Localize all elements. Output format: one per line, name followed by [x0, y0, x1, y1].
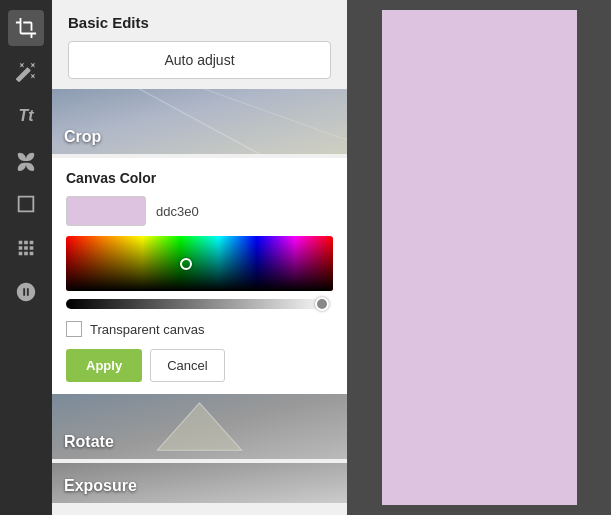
- color-hex-value: ddc3e0: [156, 204, 199, 219]
- toolbar-icon-butterfly[interactable]: [8, 142, 44, 178]
- rotate-label: Rotate: [64, 433, 114, 451]
- crop-section[interactable]: Crop: [52, 89, 347, 154]
- transparent-checkbox[interactable]: [66, 321, 82, 337]
- opacity-track: [66, 299, 333, 309]
- exposure-label: Exposure: [64, 477, 137, 495]
- color-swatch[interactable]: [66, 196, 146, 226]
- color-picker[interactable]: [66, 236, 333, 291]
- exposure-thumbnail: Exposure: [52, 463, 347, 503]
- toolbar-icon-text[interactable]: Tt: [8, 98, 44, 134]
- edit-panel: Basic Edits Auto adjust Crop Canva: [52, 0, 347, 515]
- canvas-color-section: Canvas Color ddc3e0 Transparent canvas A…: [52, 158, 347, 394]
- canvas-image: [382, 10, 577, 505]
- color-picker-thumb[interactable]: [180, 258, 192, 270]
- canvas-area: [347, 0, 611, 515]
- apply-button[interactable]: Apply: [66, 349, 142, 382]
- toolbar-icon-magic[interactable]: [8, 54, 44, 90]
- crop-thumbnail: Crop: [52, 89, 347, 154]
- rotate-section[interactable]: Rotate: [52, 394, 347, 459]
- toolbar-icon-mosaic[interactable]: [8, 230, 44, 266]
- transparent-row: Transparent canvas: [66, 321, 333, 337]
- toolbar-icon-frames[interactable]: [8, 186, 44, 222]
- exposure-section[interactable]: Exposure: [52, 463, 347, 503]
- canvas-color-title: Canvas Color: [66, 170, 333, 186]
- color-gradient[interactable]: [66, 236, 333, 291]
- color-preview-row: ddc3e0: [66, 196, 333, 226]
- crop-label: Crop: [64, 128, 101, 146]
- panel-title: Basic Edits: [52, 0, 347, 41]
- rotate-thumbnail: Rotate: [52, 394, 347, 459]
- opacity-slider[interactable]: [66, 297, 333, 311]
- auto-adjust-button[interactable]: Auto adjust: [68, 41, 331, 79]
- action-buttons: Apply Cancel: [66, 349, 333, 382]
- toolbar-icon-stickers[interactable]: [8, 274, 44, 310]
- cancel-button[interactable]: Cancel: [150, 349, 224, 382]
- icon-toolbar: Tt: [0, 0, 52, 515]
- toolbar-icon-crop[interactable]: [8, 10, 44, 46]
- opacity-thumb[interactable]: [315, 297, 329, 311]
- transparent-label: Transparent canvas: [90, 322, 204, 337]
